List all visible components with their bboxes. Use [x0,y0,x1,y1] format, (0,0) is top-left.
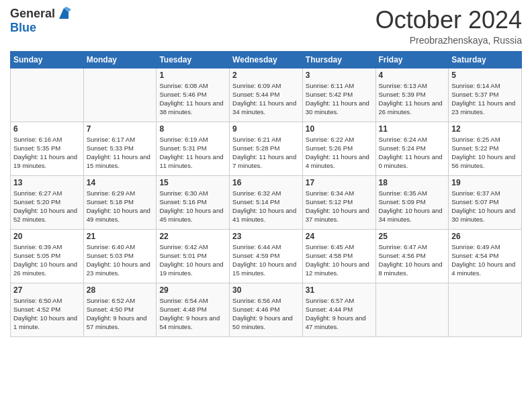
calendar-cell: 20Sunrise: 6:39 AMSunset: 5:05 PMDayligh… [11,229,84,283]
calendar-cell: 6Sunrise: 6:16 AMSunset: 5:35 PMDaylight… [11,122,84,175]
calendar-cell: 31Sunrise: 6:57 AMSunset: 4:44 PMDayligh… [302,283,375,336]
day-number: 23 [232,232,300,241]
calendar-cell: 12Sunrise: 6:25 AMSunset: 5:22 PMDayligh… [449,122,522,175]
day-number: 1 [159,71,226,80]
cell-content: Sunrise: 6:34 AMSunset: 5:12 PMDaylight:… [306,189,373,224]
calendar-week-row: 27Sunrise: 6:50 AMSunset: 4:52 PMDayligh… [11,283,522,336]
calendar-cell: 9Sunrise: 6:21 AMSunset: 5:28 PMDaylight… [230,122,303,175]
cell-content: Sunrise: 6:50 AMSunset: 4:52 PMDaylight:… [13,296,81,332]
calendar-week-row: 1Sunrise: 6:08 AMSunset: 5:46 PMDaylight… [11,68,522,122]
cell-content: Sunrise: 6:52 AMSunset: 4:50 PMDaylight:… [87,296,154,332]
calendar-table: SundayMondayTuesdayWednesdayThursdayFrid… [10,51,522,337]
calendar-cell: 29Sunrise: 6:54 AMSunset: 4:48 PMDayligh… [157,283,230,336]
cell-content: Sunrise: 6:39 AMSunset: 5:05 PMDaylight:… [13,242,81,278]
cell-content: Sunrise: 6:30 AMSunset: 5:16 PMDaylight:… [159,189,226,224]
calendar-cell: 5Sunrise: 6:14 AMSunset: 5:37 PMDaylight… [449,68,522,122]
cell-content: Sunrise: 6:17 AMSunset: 5:33 PMDaylight:… [87,135,154,171]
cell-content: Sunrise: 6:35 AMSunset: 5:09 PMDaylight:… [379,189,446,224]
cell-content: Sunrise: 6:21 AMSunset: 5:28 PMDaylight:… [232,135,300,171]
cell-content: Sunrise: 6:37 AMSunset: 5:07 PMDaylight:… [451,189,519,224]
cell-content: Sunrise: 6:08 AMSunset: 5:46 PMDaylight:… [159,81,226,117]
calendar-cell: 18Sunrise: 6:35 AMSunset: 5:09 PMDayligh… [375,175,449,229]
calendar-cell: 14Sunrise: 6:29 AMSunset: 5:18 PMDayligh… [83,175,157,229]
day-number: 4 [379,71,446,80]
day-number: 8 [159,124,226,134]
calendar-cell: 25Sunrise: 6:47 AMSunset: 4:56 PMDayligh… [375,229,449,283]
day-number: 10 [306,124,373,134]
cell-content: Sunrise: 6:14 AMSunset: 5:37 PMDaylight:… [451,81,519,117]
calendar-cell: 27Sunrise: 6:50 AMSunset: 4:52 PMDayligh… [11,283,84,336]
title-block: October 2024 Preobrazhenskaya, Russia [375,7,522,46]
calendar-cell [449,283,522,336]
day-number: 25 [379,232,446,241]
cell-content: Sunrise: 6:47 AMSunset: 4:56 PMDaylight:… [379,242,446,278]
day-number: 27 [13,285,81,295]
day-number: 12 [451,124,519,134]
day-header: Tuesday [157,51,230,68]
day-number: 20 [13,232,81,241]
day-header: Sunday [11,51,84,68]
day-header: Monday [83,51,157,68]
logo-text-blue: Blue [10,21,36,34]
calendar-cell: 23Sunrise: 6:44 AMSunset: 4:59 PMDayligh… [230,229,303,283]
calendar-cell: 21Sunrise: 6:40 AMSunset: 5:03 PMDayligh… [83,229,157,283]
day-header: Friday [375,51,449,68]
calendar-cell: 4Sunrise: 6:13 AMSunset: 5:39 PMDaylight… [375,68,449,122]
calendar-cell [375,283,449,336]
day-number: 17 [306,178,373,187]
day-number: 11 [379,124,446,134]
cell-content: Sunrise: 6:29 AMSunset: 5:18 PMDaylight:… [87,189,154,224]
day-number: 13 [13,178,81,187]
calendar-week-row: 6Sunrise: 6:16 AMSunset: 5:35 PMDaylight… [11,122,522,175]
calendar-cell [83,68,157,122]
cell-content: Sunrise: 6:32 AMSunset: 5:14 PMDaylight:… [232,189,300,224]
page-header: General Blue October 2024 Preobrazhenska… [10,7,522,46]
day-number: 14 [87,178,154,187]
day-number: 30 [232,285,300,295]
day-number: 3 [306,71,373,80]
calendar-cell: 15Sunrise: 6:30 AMSunset: 5:16 PMDayligh… [157,175,230,229]
calendar-cell: 1Sunrise: 6:08 AMSunset: 5:46 PMDaylight… [157,68,230,122]
logo: General Blue [10,7,71,35]
cell-content: Sunrise: 6:57 AMSunset: 4:44 PMDaylight:… [306,296,373,332]
calendar-cell: 7Sunrise: 6:17 AMSunset: 5:33 PMDaylight… [83,122,157,175]
month-title: October 2024 [375,7,522,34]
location: Preobrazhenskaya, Russia [375,35,522,46]
day-header: Thursday [302,51,375,68]
calendar-week-row: 20Sunrise: 6:39 AMSunset: 5:05 PMDayligh… [11,229,522,283]
cell-content: Sunrise: 6:13 AMSunset: 5:39 PMDaylight:… [379,81,446,117]
logo-text-general: General [10,7,55,21]
day-number: 24 [306,232,373,241]
cell-content: Sunrise: 6:44 AMSunset: 4:59 PMDaylight:… [232,242,300,278]
cell-content: Sunrise: 6:27 AMSunset: 5:20 PMDaylight:… [13,189,81,224]
day-number: 6 [13,124,81,134]
day-number: 19 [451,178,519,187]
day-header: Saturday [449,51,522,68]
day-number: 2 [232,71,300,80]
calendar-cell: 30Sunrise: 6:56 AMSunset: 4:46 PMDayligh… [230,283,303,336]
day-number: 21 [87,232,154,241]
calendar-cell: 28Sunrise: 6:52 AMSunset: 4:50 PMDayligh… [83,283,157,336]
cell-content: Sunrise: 6:45 AMSunset: 4:58 PMDaylight:… [306,242,373,278]
calendar-cell: 16Sunrise: 6:32 AMSunset: 5:14 PMDayligh… [230,175,303,229]
cell-content: Sunrise: 6:40 AMSunset: 5:03 PMDaylight:… [87,242,154,278]
cell-content: Sunrise: 6:24 AMSunset: 5:24 PMDaylight:… [379,135,446,171]
day-number: 31 [306,285,373,295]
day-number: 28 [87,285,154,295]
day-number: 22 [159,232,226,241]
calendar-cell: 13Sunrise: 6:27 AMSunset: 5:20 PMDayligh… [11,175,84,229]
cell-content: Sunrise: 6:56 AMSunset: 4:46 PMDaylight:… [232,296,300,332]
day-number: 18 [379,178,446,187]
calendar-week-row: 13Sunrise: 6:27 AMSunset: 5:20 PMDayligh… [11,175,522,229]
cell-content: Sunrise: 6:42 AMSunset: 5:01 PMDaylight:… [159,242,226,278]
day-header: Wednesday [230,51,303,68]
cell-content: Sunrise: 6:19 AMSunset: 5:31 PMDaylight:… [159,135,226,171]
calendar-cell: 22Sunrise: 6:42 AMSunset: 5:01 PMDayligh… [157,229,230,283]
calendar-cell: 17Sunrise: 6:34 AMSunset: 5:12 PMDayligh… [302,175,375,229]
day-number: 16 [232,178,300,187]
calendar-cell: 3Sunrise: 6:11 AMSunset: 5:42 PMDaylight… [302,68,375,122]
cell-content: Sunrise: 6:09 AMSunset: 5:44 PMDaylight:… [232,81,300,117]
calendar-cell: 19Sunrise: 6:37 AMSunset: 5:07 PMDayligh… [449,175,522,229]
calendar-cell: 10Sunrise: 6:22 AMSunset: 5:26 PMDayligh… [302,122,375,175]
logo-icon [56,7,71,21]
